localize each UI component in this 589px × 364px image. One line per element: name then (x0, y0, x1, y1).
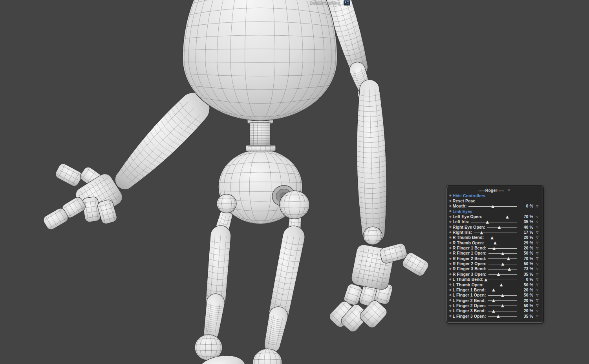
slider-handle-icon[interactable]: ▲ (501, 251, 505, 256)
hud-command-button[interactable]: Hide Controllers (453, 193, 485, 198)
hud-command-button[interactable]: Reset Pose (453, 198, 476, 203)
dropdown-arrow-icon[interactable]: ▽ (535, 278, 540, 281)
slider-value[interactable]: 29 % (519, 240, 533, 245)
slider-track[interactable]: ▲ (484, 214, 517, 219)
dropdown-arrow-icon[interactable]: ▽ (535, 267, 540, 271)
dropdown-arrow-icon[interactable]: ▽ (535, 241, 540, 244)
hud-row-r-finger-1-open: ● R Finger 1 Open: ▲ 50 % ▽ (447, 251, 543, 256)
dropdown-arrow-icon[interactable]: ▽ (535, 204, 540, 208)
camera-label[interactable]: Default Camera (310, 0, 340, 5)
slider-handle-icon[interactable]: ▲ (497, 313, 500, 318)
dropdown-arrow-icon[interactable]: ▽ (535, 257, 540, 260)
slider-value[interactable]: 20 % (519, 246, 533, 250)
slider-value[interactable]: 73 % (519, 266, 533, 271)
slider-handle-icon[interactable]: ▲ (492, 298, 495, 303)
dropdown-arrow-icon[interactable]: ▽ (535, 236, 540, 239)
slider-track[interactable]: ▲ (488, 313, 517, 318)
slider-value[interactable]: 70 % (519, 256, 533, 261)
dropdown-arrow-icon[interactable]: ▽ (535, 293, 540, 297)
slider-value[interactable]: 35 % (519, 272, 533, 277)
slider-handle-icon[interactable]: ▲ (485, 277, 488, 282)
hud-header[interactable]: -----Roger----- ▽ (447, 187, 543, 193)
slider-track[interactable]: ▲ (485, 282, 517, 287)
dropdown-arrow-icon[interactable]: ▽ (535, 288, 540, 291)
dropdown-arrow-icon[interactable]: ▽ (535, 215, 540, 218)
slider-value[interactable]: 35 % (519, 219, 533, 224)
slider-handle-icon[interactable]: ▲ (492, 308, 495, 313)
dropdown-arrow-icon[interactable]: ▽ (535, 304, 540, 307)
slider-handle-icon[interactable]: ▲ (486, 219, 489, 224)
slider-track[interactable]: ▲ (471, 219, 517, 224)
bullet-icon: ● (449, 299, 452, 302)
dropdown-arrow-icon[interactable]: ▽ (535, 220, 540, 224)
dropdown-arrow-icon[interactable]: ▽ (535, 262, 540, 266)
dropdown-arrow-icon[interactable]: ▽ (535, 283, 540, 286)
slider-track[interactable]: ▲ (485, 277, 517, 282)
slider-value[interactable]: 20 % (519, 288, 533, 292)
slider-value[interactable]: 50 % (519, 282, 533, 287)
slider-handle-icon[interactable]: ▲ (500, 282, 503, 287)
slider-handle-icon[interactable]: ▲ (490, 235, 494, 240)
hud-row-right-eye-open: ● Right Eye Open: ▲ 40 % ▽ (447, 224, 543, 229)
slider-track[interactable]: ▲ (488, 256, 517, 261)
slider-handle-icon[interactable]: ▲ (501, 303, 504, 308)
slider-track[interactable]: ▲ (488, 251, 517, 256)
slider-value[interactable]: 17 % (519, 230, 533, 235)
slider-track[interactable]: ▲ (486, 235, 517, 240)
camera-icon[interactable] (344, 0, 350, 5)
dropdown-arrow-icon[interactable]: ▽ (535, 309, 540, 313)
slider-label: R Finger 1 Open: (453, 251, 487, 255)
slider-handle-icon[interactable]: ▲ (508, 266, 511, 271)
slider-track[interactable]: ▲ (488, 303, 517, 308)
slider-handle-icon[interactable]: ▲ (492, 287, 495, 292)
slider-handle-icon[interactable]: ▲ (492, 246, 496, 251)
slider-value[interactable]: 20 % (519, 308, 533, 313)
slider-value[interactable]: 70 % (519, 214, 533, 219)
dropdown-arrow-icon[interactable]: ▽ (535, 225, 540, 229)
slider-value[interactable]: 40 % (519, 225, 533, 229)
slider-track[interactable]: ▲ (474, 230, 517, 235)
slider-value[interactable]: 35 % (519, 314, 533, 318)
slider-value[interactable]: 50 % (519, 261, 533, 266)
slider-handle-icon[interactable]: ▲ (480, 230, 483, 235)
slider-track[interactable]: ▲ (488, 246, 517, 251)
slider-handle-icon[interactable]: ▲ (494, 240, 497, 245)
dropdown-arrow-icon[interactable]: ▽ (535, 314, 540, 318)
dropdown-arrow-icon[interactable]: ▽ (507, 188, 511, 192)
slider-track[interactable]: ▲ (488, 271, 517, 277)
slider-value[interactable]: 50 % (519, 303, 533, 308)
slider-track[interactable]: ▲ (488, 261, 517, 266)
slider-value[interactable]: 20 % (519, 298, 533, 303)
slider-track[interactable]: ▲ (488, 287, 517, 292)
dropdown-arrow-icon[interactable]: ▽ (535, 298, 540, 302)
bullet-icon: ● (449, 242, 452, 244)
slider-handle-icon[interactable]: ▲ (491, 204, 494, 209)
hud-title[interactable]: -----Roger----- (478, 188, 504, 193)
slider-track[interactable]: ▲ (488, 298, 517, 303)
slider-value[interactable]: 0 % (519, 204, 533, 208)
slider-handle-icon[interactable]: ▲ (506, 214, 509, 219)
slider-track[interactable]: ▲ (486, 240, 517, 245)
slider-handle-icon[interactable]: ▲ (507, 256, 510, 261)
dropdown-arrow-icon[interactable]: ▽ (535, 231, 540, 234)
hud-panel: -----Roger----- ▽ ● Hide Controllers ● R… (446, 186, 543, 323)
dropdown-arrow-icon[interactable]: ▽ (535, 251, 540, 255)
hud-command-button[interactable]: Link Eyes (453, 209, 472, 214)
slider-track[interactable]: ▲ (488, 308, 517, 313)
dropdown-arrow-icon[interactable]: ▽ (535, 246, 540, 250)
slider-value[interactable]: 0 % (519, 277, 533, 282)
slider-value[interactable]: 50 % (519, 251, 533, 255)
slider-handle-icon[interactable]: ▲ (501, 261, 505, 266)
hud-row-r-finger-1-bend: ● R Finger 1 Bend: ▲ 20 % ▽ (447, 245, 543, 250)
slider-track[interactable]: ▲ (488, 293, 517, 298)
slider-handle-icon[interactable]: ▲ (501, 293, 504, 298)
bullet-icon: ● (449, 273, 452, 276)
slider-value[interactable]: 20 % (519, 235, 533, 240)
slider-track[interactable]: ▲ (487, 224, 517, 229)
slider-value[interactable]: 50 % (519, 293, 533, 297)
slider-handle-icon[interactable]: ▲ (498, 224, 501, 229)
slider-handle-icon[interactable]: ▲ (497, 271, 500, 277)
slider-track[interactable]: ▲ (468, 204, 517, 209)
dropdown-arrow-icon[interactable]: ▽ (535, 272, 540, 276)
slider-track[interactable]: ▲ (488, 266, 517, 271)
